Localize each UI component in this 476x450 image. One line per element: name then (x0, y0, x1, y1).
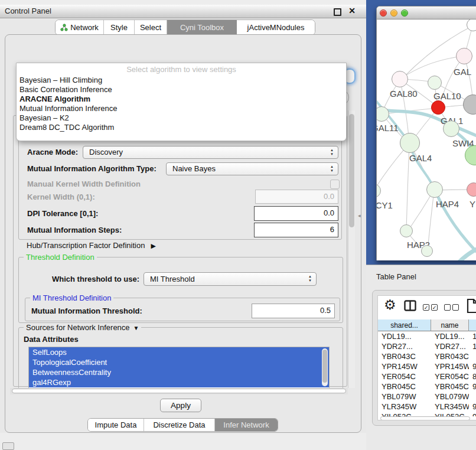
attribute-item[interactable]: gal4RGexp (29, 377, 329, 387)
table-row[interactable]: YDR27...YDR27...12 (378, 341, 476, 351)
table-cell: YIL052C (431, 412, 469, 416)
data-attributes-list[interactable]: SelfLoopsTopologicalCoefficientBetweenne… (28, 347, 330, 389)
algorithm-dropdown-list: Select algorithm to view settings Bayesi… (16, 63, 347, 141)
table-row[interactable]: YBR043CYBR043C (378, 351, 476, 361)
checked-checkbox-icon[interactable]: ✓ (431, 304, 438, 311)
table-row[interactable]: YLR345WYLR345W9. (378, 402, 476, 412)
scrollbar-thumb[interactable] (380, 416, 470, 420)
table-cell: YIL052C (378, 412, 431, 416)
apply-button[interactable]: Apply (160, 399, 201, 412)
table-row[interactable]: YER054CYER054C8. (378, 371, 476, 381)
network-node-hap2[interactable] (400, 224, 413, 237)
network-node-swi4[interactable] (443, 120, 459, 137)
network-node-hap4[interactable] (426, 181, 443, 198)
zoom-traffic-light-icon[interactable] (401, 9, 408, 17)
checked-checkbox-icon[interactable]: ✓ (423, 304, 429, 311)
split-columns-icon[interactable] (404, 300, 416, 314)
attribute-item[interactable]: SelfLoops (29, 347, 329, 357)
sources-expander[interactable]: Sources for Network Inference▼ (24, 323, 141, 332)
hub-definition-expander[interactable]: Hub/Transcription Factor Definition▶ (27, 241, 156, 250)
aracne-mode-combo[interactable]: Discovery ▲▼ (83, 146, 338, 159)
mi-steps-field[interactable]: 6 (254, 223, 338, 237)
scrollbar-thumb[interactable] (12, 389, 346, 393)
attribute-item[interactable]: TopologicalCoefficient (29, 357, 329, 367)
network-node-gal[interactable] (456, 48, 472, 64)
algorithm-definition-group: Algorithm Definition Aracne Mode: Discov… (18, 131, 342, 240)
table-cell: 12 (469, 341, 476, 351)
mi-threshold-field[interactable]: 0.5 (252, 304, 335, 318)
tab-discretize-data[interactable]: Discretize Data (144, 419, 215, 431)
network-canvas[interactable]: GALGAL80GAL10GAL1GAL11SWI4GAL4GCY1HAP4YH… (377, 19, 476, 260)
algorithm-option[interactable]: Bayesian – K2 (17, 113, 346, 123)
table-panel-title: Table Panel (376, 272, 416, 281)
tab-cyni-toolbox[interactable]: Cyni Toolbox (167, 20, 237, 35)
network-node-gal80[interactable] (392, 71, 408, 87)
table-cell (469, 392, 476, 402)
attributes-scrollbar[interactable] (322, 348, 328, 386)
column-header-name[interactable]: name (431, 319, 469, 331)
float-window-icon[interactable] (334, 8, 341, 16)
which-threshold-label: Which threshold to use: (52, 275, 139, 283)
column-header-partial[interactable]: A (469, 319, 476, 331)
table-row[interactable]: YIL052CYIL052C9 (378, 412, 476, 416)
minimize-traffic-light-icon[interactable] (390, 9, 397, 17)
network-node[interactable] (421, 245, 433, 257)
algorithm-option[interactable]: Bayesian – Hill Climbing (17, 76, 346, 85)
splitter-handle[interactable]: ◂ (358, 213, 361, 219)
which-threshold-value: MI Threshold (150, 273, 195, 285)
application-root: Control Panel ✕ Network Style Select Cyn… (0, 0, 476, 450)
kernel-width-field[interactable]: 0.0 (255, 190, 338, 204)
attribute-item[interactable]: BetweennessCentrality (29, 367, 329, 377)
tab-network[interactable]: Network (56, 20, 104, 35)
scrollbar-thumb[interactable] (349, 114, 354, 227)
network-view-window[interactable]: GALGAL80GAL10GAL1GAL11SWI4GAL4GCY1HAP4YH… (376, 6, 476, 260)
algorithm-option[interactable]: Dream8 DC_TDC Algorithm (17, 123, 346, 132)
table-cell: YBR045C (431, 381, 469, 392)
tab-impute-data[interactable]: Impute Data (88, 419, 144, 431)
table-horizontal-scrollbar[interactable] (378, 416, 476, 420)
document-icon[interactable] (467, 298, 476, 316)
table-row[interactable]: YBL079WYBL079W (378, 392, 476, 402)
close-traffic-light-icon[interactable] (380, 9, 387, 17)
network-window-titlebar[interactable] (377, 6, 476, 19)
close-icon[interactable]: ✕ (348, 6, 356, 15)
table-row[interactable]: YBR045CYBR045C9. (378, 381, 476, 392)
algorithm-option[interactable]: Mutual Information Inference (17, 104, 346, 113)
algorithm-option[interactable]: ARACNE Algorithm (17, 94, 346, 104)
table-cell: 13 (469, 331, 476, 341)
table-row[interactable]: YDL19...YDL19...13 (378, 331, 476, 341)
table-cell: YDL19... (431, 331, 469, 341)
network-node-gal4[interactable] (400, 133, 420, 153)
manual-kernel-checkbox[interactable] (330, 180, 340, 189)
unchecked-checkbox-icon[interactable] (452, 304, 459, 311)
dpi-tolerance-field[interactable]: 0.0 (254, 206, 338, 221)
mi-threshold-label: Mutual Information Threshold: (31, 306, 142, 315)
tab-label: Network (70, 23, 99, 32)
network-icon (60, 21, 68, 35)
tab-infer-network[interactable]: Infer Network (215, 419, 278, 431)
which-threshold-combo[interactable]: MI Threshold ▲▼ (144, 272, 317, 286)
tab-style[interactable]: Style (104, 20, 135, 35)
table-row[interactable]: YPR145WYPR145W9. (378, 361, 476, 371)
tab-select[interactable]: Select (135, 20, 167, 35)
node-label: Y (470, 199, 475, 209)
table-cell: 8. (469, 371, 476, 381)
unchecked-checkbox-icon[interactable] (444, 304, 451, 311)
mi-type-combo[interactable]: Naive Bayes ▲▼ (166, 162, 338, 175)
table-cell: YLR345W (378, 402, 431, 412)
stepper-icon: ▲▼ (330, 165, 334, 173)
settings-vertical-scrollbar[interactable] (348, 110, 355, 388)
expand-arrow-icon: ▶ (151, 242, 155, 249)
scrollbar-thumb[interactable] (322, 350, 327, 383)
network-node-gal10[interactable] (428, 76, 442, 90)
table-rows: YDL19...YDL19...13YDR27...YDR27...12YBR0… (378, 331, 476, 416)
cyni-algorithm-settings-group: Cyni Algorithm Settings Algorithm Defini… (13, 115, 347, 387)
table-panel-section: Table Panel ⚙ ✓ ✓ shared... (366, 265, 476, 450)
network-node-gal1[interactable] (431, 100, 445, 115)
gear-icon[interactable]: ⚙ (384, 297, 396, 313)
tab-jactivemnodules[interactable]: jActiveMNodules (237, 20, 315, 35)
collapsed-panel-button[interactable] (2, 442, 14, 450)
column-header-shared-name[interactable]: shared... (378, 319, 431, 331)
algorithm-option[interactable]: Basic Correlation Inference (17, 85, 346, 94)
settings-horizontal-scrollbar[interactable] (10, 388, 348, 394)
